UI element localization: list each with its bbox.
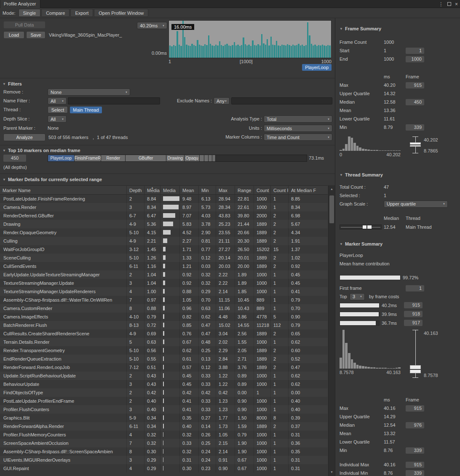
marker-columns-dropdown[interactable]: Time and Count	[264, 134, 332, 141]
open-profiler-window-button[interactable]: Open Profiler Window	[94, 9, 148, 17]
export-button[interactable]: Export	[70, 9, 93, 17]
analyze-button[interactable]: Analyze	[3, 134, 45, 141]
remove-filter-dropdown[interactable]: None	[48, 88, 130, 96]
table-row[interactable]: WaitForJobGroupID3-121.451.710.7727.2726…	[0, 245, 328, 254]
y-axis-scale-dropdown[interactable]: 40.20ms	[137, 22, 167, 29]
table-column-header[interactable]: Max	[216, 186, 235, 194]
table-row[interactable]: Render.OpaqueGeometry5-104.154.522.9023.…	[0, 228, 328, 237]
name-filter-dropdown[interactable]: All	[48, 97, 67, 104]
frame-badge[interactable]: 976	[406, 422, 424, 428]
table-row[interactable]: CullSendEvents6-111.161.210.0320.0320.00…	[0, 262, 328, 270]
name-filter-input[interactable]	[68, 97, 160, 104]
window-tab[interactable]: Profile Analyzer	[0, 0, 40, 8]
top10-segment[interactable]	[209, 155, 212, 161]
top10-segment[interactable]: Opaqu	[185, 155, 200, 161]
exclude-names-input[interactable]	[231, 97, 332, 104]
table-row[interactable]: Graphics.Blit5-90.340.350.271.771.508000…	[0, 414, 328, 422]
frame-badge[interactable]: 917	[404, 320, 423, 326]
mode-compare-button[interactable]: Compare	[41, 9, 70, 17]
frame-badge[interactable]: 918	[404, 311, 423, 317]
table-row[interactable]: Render.TransparentGeometry5-100.560.620.…	[0, 346, 328, 355]
table-row[interactable]: Terrain.Details.Render50.630.670.482.021…	[0, 338, 328, 346]
table-column-header[interactable]: Mean	[179, 186, 198, 194]
table-row[interactable]: PostLateUpdate.FinishFrameRendering28.84…	[0, 195, 328, 203]
table-column-header[interactable]: Range	[235, 186, 254, 194]
table-column-header[interactable]: Count	[254, 186, 270, 194]
thread-row[interactable]: 12.54 Main Thread	[340, 222, 460, 232]
table-row[interactable]: BatchRenderer.Flush8-130.720.850.4715.02…	[0, 321, 328, 329]
top10-segment[interactable]	[204, 155, 209, 161]
table-row[interactable]: Profiler.FlushMemoryCounters40.320.320.2…	[0, 431, 328, 439]
depth-slice-dropdown[interactable]: All	[48, 115, 67, 123]
table-column-header[interactable]: Depth	[126, 186, 144, 194]
top10-segment[interactable]: PlayerLoop	[48, 155, 75, 161]
frame-badge[interactable]: 339	[406, 470, 424, 476]
table-column-header[interactable]: ▲Media	[144, 186, 160, 194]
frame-summary-header[interactable]: ▼ Frame Summary	[340, 25, 460, 32]
marker-histogram[interactable]	[340, 330, 401, 369]
maximize-icon[interactable]	[447, 2, 451, 6]
frame-time-chart[interactable]: 16.00ms	[168, 20, 332, 58]
table-column-header[interactable]: At Median F	[288, 186, 328, 194]
table-column-header[interactable]: Marker Name	[0, 186, 126, 194]
analysis-type-dropdown[interactable]: Total	[264, 115, 332, 123]
table-row[interactable]: CullResults.CreateSharedRendererScene4-9…	[0, 329, 328, 338]
frame-histogram[interactable]	[340, 136, 401, 151]
table-row[interactable]: RenderDeferred.GBuffer6-76.477.074.0343.…	[0, 211, 328, 220]
scroll-up-icon[interactable]: ▲	[329, 186, 335, 192]
table-row[interactable]: EndRenderQueueExtraction5-100.550.610.13…	[0, 355, 328, 363]
units-dropdown[interactable]: Milliseconds	[264, 125, 332, 132]
panel-menu-icon[interactable]: ⋮	[439, 1, 444, 7]
frame-badge[interactable]: 339	[406, 447, 424, 454]
details-section-header[interactable]: ▼ Marker Details for currently selected …	[3, 176, 102, 183]
marker-summary-header[interactable]: ▼ Marker Summary	[340, 240, 460, 248]
table-row[interactable]: Camera.Render38.348.975.7328.3422.611000…	[0, 203, 328, 211]
top10-segment[interactable]: Drawing	[166, 155, 184, 161]
top10-segment[interactable]	[212, 155, 216, 161]
table-row[interactable]: ScreenSpaceAmbientOcclusion70.320.330.25…	[0, 439, 328, 447]
table-row[interactable]: TextureStreamingManager.Update31.040.920…	[0, 279, 328, 287]
table-row[interactable]: Camera.CustomRender80.880.960.6311.0610.…	[0, 304, 328, 313]
frame-badge[interactable]: 1000	[406, 56, 424, 62]
table-row[interactable]: Assembly-CSharp-firstpass.dll!::WaterTil…	[0, 296, 328, 304]
table-row[interactable]: TextureStreamingManager.UpdateRenderers4…	[0, 287, 328, 296]
scroll-down-icon[interactable]: ▼	[329, 469, 335, 475]
table-row[interactable]: BehaviourUpdate30.430.450.331.220.891000…	[0, 380, 328, 388]
top10-segment[interactable]	[200, 155, 204, 161]
table-row[interactable]: EarlyUpdate.UpdateTextureStreamingManage…	[0, 270, 328, 279]
selected-thread-chip[interactable]: Main Thread	[70, 107, 102, 113]
table-row[interactable]: Update.ScriptRunBehaviourUpdate20.430.45…	[0, 372, 328, 380]
table-row[interactable]: FindObjectsOfType20.420.420.420.420.0011…	[0, 388, 328, 397]
mode-single-button[interactable]: Single	[19, 9, 41, 17]
table-row[interactable]: Assembly-CSharp-firstpass.dll!::ScreenSp…	[0, 447, 328, 456]
top10-section-header[interactable]: ▼ Top 10 markers on median frame	[3, 147, 80, 154]
table-row[interactable]: GUI.Repaint40.290.300.230.900.67100010.3…	[0, 464, 328, 473]
table-row[interactable]: Drawing4-95.365.833.7825.2321.44188925.6…	[0, 220, 328, 228]
table-column-header[interactable]: Count Fra	[270, 186, 288, 194]
table-row[interactable]: Camera.ImageEffects4-100.790.820.624.483…	[0, 313, 328, 321]
frame-badge[interactable]: 915	[406, 462, 424, 468]
frame-badge[interactable]: 1	[406, 48, 424, 54]
thread-select-button[interactable]: Select	[48, 106, 68, 113]
table-row[interactable]: SceneCulling5-101.261.330.1220.1420.0118…	[0, 254, 328, 262]
table-row[interactable]: Profiler.FlushCounters30.400.410.331.230…	[0, 405, 328, 414]
load-button[interactable]: Load	[3, 31, 24, 39]
top10-segment[interactable]: Render	[101, 155, 126, 161]
top-n-dropdown[interactable]: 3	[350, 293, 365, 300]
selected-marker-chip[interactable]: PlayerLoop	[302, 64, 332, 71]
filters-section-header[interactable]: ▼ Filters	[3, 80, 22, 87]
top10-segment[interactable]: GBuffer	[126, 155, 166, 161]
table-column-header[interactable]: Min	[198, 186, 216, 194]
frame-badge[interactable]: 915	[406, 82, 424, 88]
frame-badge[interactable]: 915	[404, 302, 423, 308]
frame-badge[interactable]: 450	[406, 99, 424, 105]
frame-badge[interactable]: 1	[406, 285, 424, 291]
table-column-header[interactable]: Media	[160, 186, 179, 194]
thread-summary-header[interactable]: ▼ Thread Summary	[340, 171, 460, 179]
table-row[interactable]: PostLateUpdate.ProfilerEndFrame20.400.41…	[0, 397, 328, 405]
table-row[interactable]: RenderForwardAlpha.Render6-110.340.400.1…	[0, 422, 328, 431]
close-icon[interactable]: ×	[455, 1, 458, 7]
median-frame-badge[interactable]: 450	[3, 155, 26, 162]
graph-scale-dropdown[interactable]: Upper quartile	[384, 201, 448, 208]
exclude-names-dropdown[interactable]: Any	[214, 97, 230, 104]
